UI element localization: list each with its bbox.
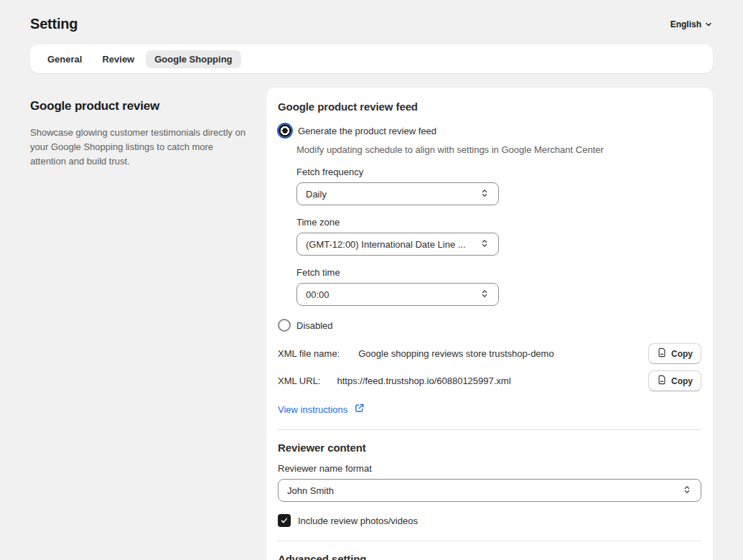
advanced-section-heading: Advanced setting xyxy=(278,553,701,560)
language-selector[interactable]: English xyxy=(670,19,713,29)
language-label: English xyxy=(670,19,701,29)
fetch-frequency-select[interactable]: Daily xyxy=(296,182,499,205)
left-description-panel: Google product review Showcase glowing c… xyxy=(30,88,266,169)
chevron-down-icon xyxy=(704,20,713,29)
view-instructions-label: View instructions xyxy=(278,404,347,415)
time-zone-label: Time zone xyxy=(296,217,701,228)
xml-url-row: XML URL: https://feed.trustshop.io/60880… xyxy=(278,370,701,391)
xml-url-value: https://feed.trustshop.io/60880125997.xm… xyxy=(337,375,510,386)
tab-bar: General Review Google Shopping xyxy=(30,45,713,73)
document-icon xyxy=(657,347,667,360)
select-updown-icon xyxy=(682,485,692,497)
disabled-radio-row[interactable]: Disabled xyxy=(278,319,701,332)
select-updown-icon xyxy=(480,289,490,301)
radio-unselected-icon[interactable] xyxy=(278,319,291,332)
feed-section-heading: Google product review feed xyxy=(278,101,701,113)
document-icon xyxy=(657,375,667,387)
view-instructions-link[interactable]: View instructions xyxy=(278,403,365,416)
section-divider xyxy=(278,429,701,430)
copy-file-name-button[interactable]: Copy xyxy=(648,343,701,364)
checkbox-checked-icon[interactable] xyxy=(278,514,291,527)
settings-card: Google product review feed Generate the … xyxy=(266,88,713,560)
xml-url-label: XML URL: xyxy=(278,375,320,386)
generate-feed-radio-row[interactable]: Generate the product review feed xyxy=(278,123,701,138)
tab-general[interactable]: General xyxy=(39,50,90,68)
reviewer-name-format-value: John Smith xyxy=(287,485,334,496)
fetch-time-value: 00:00 xyxy=(306,289,330,300)
reviewer-name-format-select[interactable]: John Smith xyxy=(278,479,701,502)
select-updown-icon xyxy=(480,188,490,200)
select-updown-icon xyxy=(480,238,490,251)
fetch-frequency-value: Daily xyxy=(306,189,327,200)
reviewer-section-heading: Reviewer content xyxy=(278,442,701,454)
generate-feed-settings: Modify updating schedule to align with s… xyxy=(296,144,701,306)
external-link-icon xyxy=(354,403,365,416)
tab-google-shopping[interactable]: Google Shopping xyxy=(146,50,240,68)
schedule-helper-text: Modify updating schedule to align with s… xyxy=(296,144,701,155)
xml-file-name-value: Google shopping reviews store trustshop-… xyxy=(358,348,553,359)
xml-file-name-label: XML file name: xyxy=(278,348,340,359)
page-header: Setting English xyxy=(0,0,743,32)
main-content: Google product review Showcase glowing c… xyxy=(0,73,743,560)
left-panel-description: Showcase glowing customer testimonials d… xyxy=(30,126,251,169)
page-title: Setting xyxy=(30,16,78,32)
include-photos-label: Include review photos/videos xyxy=(298,515,418,526)
section-divider xyxy=(278,541,701,541)
time-zone-select[interactable]: (GMT-12:00) International Date Line ... xyxy=(296,233,499,256)
xml-file-name-row: XML file name: Google shopping reviews s… xyxy=(278,343,701,364)
copy-button-label: Copy xyxy=(671,376,693,386)
left-panel-heading: Google product review xyxy=(30,99,251,113)
disabled-radio-label: Disabled xyxy=(296,320,333,331)
fetch-time-select[interactable]: 00:00 xyxy=(296,283,499,306)
generate-feed-radio-label: Generate the product review feed xyxy=(298,126,436,136)
radio-selected-icon[interactable] xyxy=(279,124,291,137)
time-zone-value: (GMT-12:00) International Date Line ... xyxy=(306,239,466,250)
copy-button-label: Copy xyxy=(671,349,693,359)
tab-review[interactable]: Review xyxy=(93,50,143,68)
copy-url-button[interactable]: Copy xyxy=(648,370,701,391)
fetch-time-label: Fetch time xyxy=(296,267,701,278)
include-photos-checkbox-row[interactable]: Include review photos/videos xyxy=(278,514,701,527)
reviewer-name-format-label: Reviewer name format xyxy=(278,463,701,474)
fetch-frequency-label: Fetch frequency xyxy=(296,167,701,177)
